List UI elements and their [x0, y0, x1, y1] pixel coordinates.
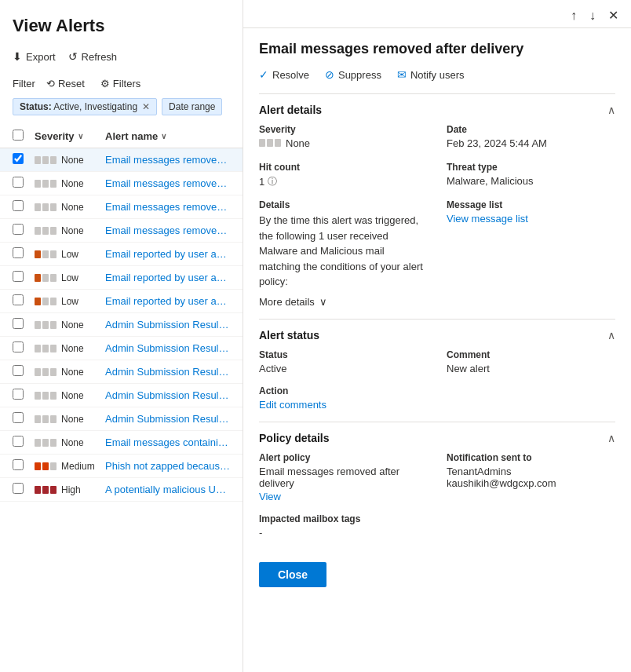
alert-status-header[interactable]: Alert status ∧ — [259, 320, 615, 349]
row-checkbox[interactable] — [13, 153, 24, 164]
severity-label: None — [61, 390, 84, 401]
threat-type-detail: Threat type Malware, Malicious — [447, 162, 615, 188]
table-row[interactable]: High A potentially malicious URL click w… — [0, 478, 243, 502]
view-message-list-link[interactable]: View message list — [447, 213, 528, 225]
row-alert-name: Admin Submission Result Complet... — [105, 413, 230, 425]
notify-icon: ✉ — [397, 68, 407, 81]
row-alert-name: Email messages removed after del... — [105, 177, 230, 189]
severity-detail: Severity None — [259, 124, 428, 151]
more-details-chevron: ∨ — [319, 296, 327, 308]
table-row[interactable]: None Admin Submission Result Complet... — [0, 313, 243, 337]
table-row[interactable]: None Email messages removed after del... — [0, 195, 243, 219]
navigate-down-button[interactable]: ↓ — [586, 6, 599, 24]
table-row[interactable]: Medium Phish not zapped because ZAP is d… — [0, 455, 243, 478]
policy-details-header[interactable]: Policy details ∧ — [259, 422, 615, 452]
more-details-toggle[interactable]: More details ∨ — [259, 296, 615, 308]
row-checkbox[interactable] — [13, 389, 24, 400]
policy-view-link[interactable]: View — [259, 491, 428, 502]
row-alert-name: A potentially malicious URL click w... — [105, 484, 230, 495]
severity-label: None — [61, 414, 84, 425]
table-row[interactable]: None Email messages removed after del... — [0, 172, 243, 195]
severity-bars — [35, 156, 57, 164]
filter-chips: Status: Active, Investigating ✕ Date ran… — [13, 98, 230, 115]
row-checkbox[interactable] — [13, 247, 24, 258]
severity-bars — [35, 345, 57, 352]
row-checkbox[interactable] — [13, 412, 24, 423]
table-row[interactable]: Low Email reported by user as malware... — [0, 266, 243, 290]
status-chip-close[interactable]: ✕ — [142, 101, 150, 112]
navigate-up-button[interactable]: ↑ — [567, 6, 580, 24]
severity-bars — [35, 180, 57, 188]
table-row[interactable]: None Email messages removed after del... — [0, 219, 243, 243]
refresh-button[interactable]: ↺ Refresh — [68, 47, 118, 66]
row-checkbox[interactable] — [13, 318, 24, 329]
suppress-icon: ⊘ — [325, 68, 334, 81]
row-checkbox[interactable] — [13, 200, 24, 211]
severity-bars — [35, 227, 57, 235]
table-row[interactable]: None Email messages removed after del... — [0, 148, 243, 172]
row-alert-name: Email messages removed after del... — [105, 201, 230, 213]
select-all-checkbox[interactable] — [13, 130, 24, 141]
table-row[interactable]: None Admin Submission Result Complet... — [0, 384, 243, 407]
alert-details-header[interactable]: Alert details ∧ — [259, 94, 615, 124]
severity-bars — [35, 298, 57, 305]
severity-label: None — [61, 343, 84, 354]
filter-label: Filter — [13, 78, 35, 89]
severity-label: None — [61, 437, 84, 448]
alertname-column-header[interactable]: Alert name ∨ — [105, 130, 230, 142]
row-checkbox[interactable] — [13, 483, 24, 494]
details-detail: Details By the time this alert was trigg… — [259, 199, 428, 290]
row-checkbox[interactable] — [13, 365, 24, 376]
filter-row: Filter ⟲ Reset ⚙ Filters — [13, 75, 230, 92]
notify-users-button[interactable]: ✉ Notify users — [397, 68, 465, 81]
message-list-detail: Message list View message list — [447, 199, 615, 290]
severity-bars — [35, 415, 57, 423]
severity-label: High — [61, 484, 81, 495]
date-detail: Date Feb 23, 2024 5:44 AM — [447, 124, 615, 151]
row-checkbox[interactable] — [13, 224, 24, 235]
policy-details-section: Policy details ∧ Alert policy Email mess… — [259, 422, 615, 550]
row-checkbox[interactable] — [13, 436, 24, 447]
row-checkbox-col — [13, 341, 35, 355]
row-alert-name: Email reported by user as malware... — [105, 295, 230, 307]
suppress-button[interactable]: ⊘ Suppress — [325, 68, 381, 81]
filters-button[interactable]: ⚙ Filters — [96, 75, 145, 92]
close-row: Close — [259, 550, 615, 600]
row-severity: None — [35, 225, 105, 236]
hit-count-value: 1 ⓘ — [259, 175, 428, 188]
table-row[interactable]: Low Email reported by user as malware... — [0, 243, 243, 266]
row-checkbox[interactable] — [13, 341, 24, 352]
row-checkbox[interactable] — [13, 177, 24, 188]
severity-label: None — [61, 202, 84, 213]
table-row[interactable]: None Admin Submission Result Complet... — [0, 337, 243, 360]
close-button[interactable]: Close — [259, 562, 326, 587]
policy-details-body: Alert policy Email messages removed afte… — [259, 452, 615, 550]
row-alert-name: Admin Submission Result Complet... — [105, 342, 230, 354]
resolve-button[interactable]: ✓ Resolve — [259, 68, 309, 81]
details-value: By the time this alert was triggered, th… — [259, 213, 428, 290]
row-checkbox[interactable] — [13, 459, 24, 470]
table-row[interactable]: None Admin Submission Result Complet... — [0, 360, 243, 384]
row-alert-name: Phish not zapped because ZAP is d... — [105, 460, 230, 472]
row-checkbox[interactable] — [13, 271, 24, 282]
severity-column-header[interactable]: Severity ∨ — [35, 130, 105, 142]
table-rows-container: None Email messages removed after del...… — [0, 148, 243, 502]
close-panel-button[interactable]: ✕ — [605, 6, 622, 24]
row-checkbox-col — [13, 412, 35, 425]
table-row[interactable]: None Email messages containing malicio..… — [0, 431, 243, 455]
row-severity: None — [35, 367, 105, 378]
notification-value2: kaushikih@wdgcxp.com — [447, 477, 615, 489]
table-row[interactable]: None Admin Submission Result Complet... — [0, 407, 243, 431]
row-checkbox[interactable] — [13, 294, 24, 305]
filter-icon: ⚙ — [100, 78, 110, 89]
date-range-chip[interactable]: Date range — [162, 98, 222, 115]
severity-label: Low — [61, 272, 78, 283]
severity-label: None — [61, 320, 84, 331]
export-button[interactable]: ⬇ Export — [13, 47, 56, 66]
alerts-table: Severity ∨ Alert name ∨ None Email messa… — [0, 125, 243, 672]
reset-button[interactable]: ⟲ Reset — [42, 75, 89, 92]
severity-sort-icon: ∨ — [78, 132, 83, 141]
row-severity: Low — [35, 296, 105, 307]
edit-comments-link[interactable]: Edit comments — [259, 399, 326, 411]
table-row[interactable]: Low Email reported by user as malware... — [0, 290, 243, 313]
